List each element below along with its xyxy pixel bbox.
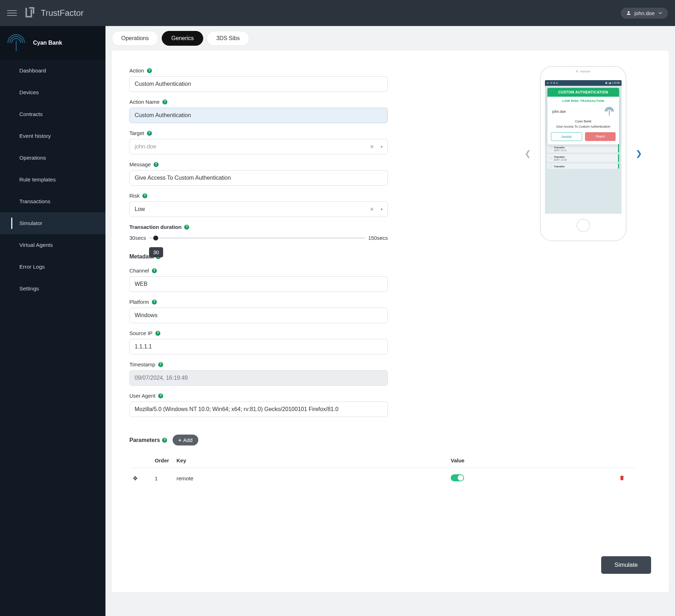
sidebar-item-error-logs[interactable]: Error Logs (0, 256, 105, 278)
duration-slider[interactable]: 30 (149, 237, 366, 239)
help-icon[interactable]: ? (158, 393, 163, 398)
message-input[interactable] (129, 170, 388, 186)
source-ip-input[interactable] (129, 339, 388, 354)
tabs: Operations Generics 3DS Sibs (112, 31, 669, 46)
org-name: Cyan Bank (33, 40, 62, 46)
slider-handle[interactable] (153, 236, 158, 240)
action-input[interactable] (129, 76, 388, 92)
tab-generics[interactable]: Generics (162, 31, 203, 46)
notif-details-button[interactable]: Details (551, 132, 582, 141)
sidebar-item-dashboard[interactable]: Dashboard (0, 60, 105, 82)
user-name: john.doe (634, 10, 655, 16)
simulate-button[interactable]: Simulate (601, 556, 651, 574)
parameters-title: Parameters (129, 437, 160, 443)
preview-prev-button[interactable]: ❮ (521, 146, 534, 162)
bg-transfer-row: Transfer 20/07 13:03 (547, 154, 619, 162)
notif-bank: Cyan Bank (547, 118, 619, 124)
help-icon[interactable]: ? (152, 268, 157, 273)
tab-3ds-sibs[interactable]: 3DS Sibs (207, 31, 249, 46)
app-logo: TrustFactor (22, 6, 84, 20)
source-ip-label: Source IP (129, 330, 153, 336)
help-icon[interactable]: ? (158, 362, 163, 367)
sidebar-item-event-history[interactable]: Event history (0, 125, 105, 147)
org-header: Cyan Bank (0, 26, 105, 60)
chevron-down-icon[interactable]: ▾ (381, 207, 383, 212)
notif-message: Give Access To Custom Authentication (547, 124, 619, 132)
add-label: Add (183, 437, 193, 443)
org-logo (6, 33, 26, 53)
help-icon[interactable]: ? (162, 438, 167, 443)
sidebar: Cyan Bank Dashboard Devices Contracts Ev… (0, 26, 105, 616)
col-value: Value (448, 453, 610, 468)
notif-user: john.doe (552, 110, 566, 114)
action-name-label: Action Name (129, 99, 160, 105)
phone-frame: ℡ ⏲ & ◎ ◧ ◪ ▯ 10:56 CUSTOM AUTHENTICATIO… (540, 66, 626, 241)
phone-preview-area: ❮ ℡ ⏲ & ◎ ◧ ◪ ▯ 10:56 CUSTOM AUTHENTICAT… (521, 66, 645, 241)
col-key: Key (174, 453, 447, 468)
phone-status-right: ◧ ◪ ▯ 10:56 (605, 82, 620, 84)
drag-handle-icon[interactable]: ✥ (133, 475, 137, 481)
value-toggle[interactable] (451, 474, 464, 481)
plus-icon: + (178, 437, 181, 443)
target-label: Target (129, 130, 144, 136)
topbar: TrustFactor john.doe (0, 0, 675, 26)
row-key: remote (174, 469, 447, 488)
add-parameter-button[interactable]: + Add (173, 435, 198, 445)
sidebar-item-simulator[interactable]: Simulator (0, 212, 105, 234)
action-label: Action (129, 68, 144, 73)
sidebar-item-rule-templates[interactable]: Rule templates (0, 169, 105, 191)
action-name-input[interactable] (129, 108, 388, 123)
help-icon[interactable]: ? (184, 225, 189, 230)
help-icon[interactable]: ? (154, 162, 159, 167)
col-order: Order (152, 453, 173, 468)
help-icon[interactable]: ? (162, 100, 167, 104)
sidebar-item-contracts[interactable]: Contracts (0, 103, 105, 125)
simulator-panel: Action? Action Name? Target? × ▾ Me (112, 51, 669, 592)
help-icon[interactable]: ? (147, 131, 152, 136)
notif-risk: LOW RISK TRANSACTION (547, 97, 619, 105)
risk-label: Risk (129, 193, 140, 199)
help-icon[interactable]: ? (152, 300, 157, 304)
chevron-down-icon (657, 10, 663, 16)
platform-label: Platform (129, 299, 149, 305)
slider-value: 30 (149, 247, 163, 257)
sidebar-item-settings[interactable]: Settings (0, 278, 105, 300)
clear-icon[interactable]: × (370, 206, 374, 213)
duration-label: Transaction duration (129, 224, 181, 230)
trash-icon[interactable] (619, 475, 625, 481)
channel-input[interactable] (129, 276, 388, 292)
sidebar-item-virtual-agents[interactable]: Virtual Agents (0, 234, 105, 256)
sidebar-item-transactions[interactable]: Transactions (0, 191, 105, 212)
risk-select[interactable] (129, 201, 388, 217)
tab-operations[interactable]: Operations (112, 31, 158, 46)
sidebar-item-devices[interactable]: Devices (0, 82, 105, 103)
notification-card: CUSTOM AUTHENTICATION LOW RISK TRANSACTI… (547, 88, 619, 145)
chevron-down-icon[interactable]: ▾ (381, 145, 383, 149)
table-row: ✥ 1 remote (130, 469, 635, 488)
menu-toggle-button[interactable] (7, 8, 17, 18)
channel-label: Channel (129, 268, 149, 274)
user-agent-input[interactable] (129, 402, 388, 417)
phone-status-left: ℡ ⏲ & ◎ (547, 82, 558, 84)
notif-reject-button[interactable]: Reject (585, 132, 616, 141)
swirl-icon (6, 33, 26, 53)
help-icon[interactable]: ? (155, 331, 160, 336)
bg-transfer-row: Transfer (547, 163, 619, 169)
swirl-icon (604, 107, 614, 116)
sidebar-item-operations[interactable]: Operations (0, 147, 105, 169)
user-menu-button[interactable]: john.doe (621, 8, 668, 19)
home-button-icon (577, 219, 590, 232)
message-label: Message (129, 161, 151, 167)
duration-max-label: 150secs (368, 235, 388, 241)
target-select[interactable] (129, 139, 388, 154)
trustfactor-icon (22, 6, 37, 20)
parameters-table: Order Key Value ✥ 1 remote (129, 453, 636, 489)
content-area: Operations Generics 3DS Sibs Action? Act… (105, 26, 675, 616)
clear-icon[interactable]: × (370, 143, 374, 150)
help-icon[interactable]: ? (142, 193, 147, 198)
preview-next-button[interactable]: ❯ (632, 146, 645, 162)
platform-input[interactable] (129, 308, 388, 323)
timestamp-input (129, 370, 388, 386)
timestamp-label: Timestamp (129, 361, 155, 367)
help-icon[interactable]: ? (147, 68, 152, 73)
